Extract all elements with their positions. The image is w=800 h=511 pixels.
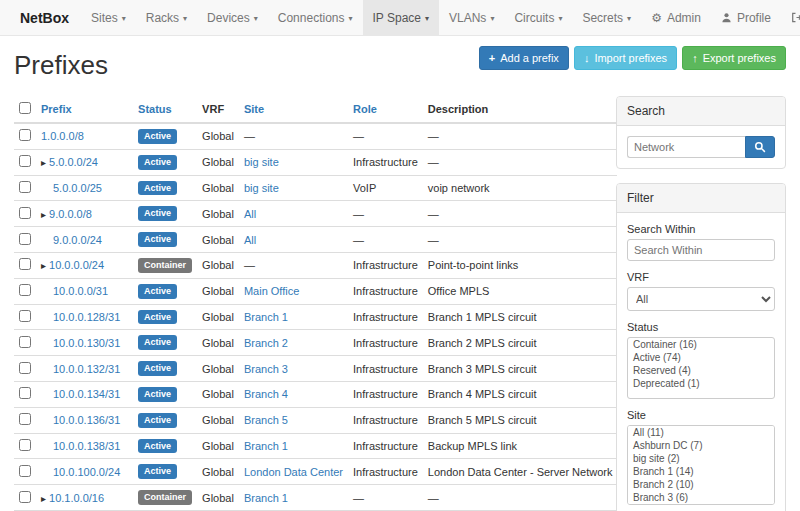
site-link[interactable]: Branch 1 [244, 492, 288, 504]
prefix-link[interactable]: 10.0.0.130/31 [53, 337, 120, 349]
site-link[interactable]: London Data Center [244, 466, 343, 478]
prefix-link[interactable]: 10.0.0.128/31 [53, 311, 120, 323]
app-brand[interactable]: NetBox [8, 0, 81, 35]
column-header-role[interactable]: Role [348, 96, 423, 123]
table-row: 10.0.0.128/31ActiveGlobalBranch 1Infrast… [14, 304, 617, 330]
column-header-link[interactable]: Role [353, 103, 377, 115]
nav-item-vlans[interactable]: VLANs▾ [439, 0, 504, 35]
description-cell: — [423, 485, 618, 511]
site-option[interactable]: big site (2) [628, 452, 774, 465]
column-header-status[interactable]: Status [133, 96, 197, 123]
vrf-cell: Global [197, 433, 239, 459]
nav-item-devices[interactable]: Devices▾ [197, 0, 268, 35]
status-option[interactable]: Reserved (4) [628, 364, 774, 377]
site-link[interactable]: All [244, 234, 256, 246]
status-option[interactable]: Container (16) [628, 338, 774, 351]
nav-item-ip-space[interactable]: IP Space▾ [363, 0, 440, 35]
row-checkbox[interactable] [19, 439, 31, 451]
table-row: 10.0.0.136/31ActiveGlobalBranch 5Infrast… [14, 407, 617, 433]
site-link[interactable]: Branch 1 [244, 440, 288, 452]
search-within-input[interactable] [627, 239, 775, 261]
select-all-checkbox[interactable] [19, 102, 31, 114]
site-option[interactable]: Ashburn DC (7) [628, 439, 774, 452]
site-link[interactable]: Main Office [244, 285, 299, 297]
site-link[interactable]: All [244, 208, 256, 220]
nav-item-admin[interactable]: ⚙Admin [641, 0, 711, 35]
status-option[interactable]: Active (74) [628, 351, 774, 364]
status-cell: Active [133, 278, 197, 304]
status-option[interactable]: Deprecated (1) [628, 377, 774, 390]
nav-item-racks[interactable]: Racks▾ [136, 0, 197, 35]
status-select[interactable]: Container (16)Active (74)Reserved (4)Dep… [627, 337, 775, 399]
site-link[interactable]: Branch 2 [244, 337, 288, 349]
row-checkbox-cell [14, 407, 36, 433]
row-checkbox[interactable] [19, 491, 31, 503]
description-cell: Office MPLS [423, 278, 618, 304]
nav-item-secrets[interactable]: Secrets▾ [572, 0, 641, 35]
site-option[interactable]: Branch 2 (10) [628, 478, 774, 491]
prefix-link[interactable]: 10.1.0.0/16 [49, 492, 104, 504]
nav-item-profile[interactable]: Profile [711, 0, 781, 35]
row-checkbox[interactable] [19, 284, 31, 296]
row-checkbox[interactable] [19, 387, 31, 399]
prefix-link[interactable]: 10.0.100.0/24 [53, 466, 120, 478]
row-checkbox[interactable] [19, 336, 31, 348]
table-row: 10.0.0.132/31ActiveGlobalBranch 3Infrast… [14, 356, 617, 382]
row-checkbox[interactable] [19, 310, 31, 322]
site-link[interactable]: Branch 3 [244, 363, 288, 375]
site-link[interactable]: big site [244, 182, 279, 194]
site-option[interactable]: Branch 1 (14) [628, 465, 774, 478]
row-checkbox[interactable] [19, 233, 31, 245]
nav-item-circuits[interactable]: Circuits▾ [504, 0, 572, 35]
prefix-link[interactable]: 5.0.0.0/25 [53, 182, 102, 194]
table-row: ▸10.1.0.0/16ContainerGlobalBranch 1—— [14, 485, 617, 511]
site-option[interactable]: All (11) [628, 426, 774, 439]
prefix-link[interactable]: 9.0.0.0/8 [49, 208, 92, 220]
row-checkbox[interactable] [19, 465, 31, 477]
status-cell: Active [133, 330, 197, 356]
site-option[interactable]: Branch 3 (6) [628, 491, 774, 504]
site-option[interactable]: Branch 4 (12) [628, 504, 774, 505]
prefix-link[interactable]: 10.0.0.132/31 [53, 363, 120, 375]
export-prefixes-button[interactable]: ↑ Export prefixes [682, 46, 786, 70]
site-link[interactable]: big site [244, 156, 279, 168]
prefix-link[interactable]: 10.0.0.0/31 [53, 285, 108, 297]
site-select[interactable]: All (11)Ashburn DC (7)big site (2)Branch… [627, 425, 775, 505]
row-checkbox[interactable] [19, 413, 31, 425]
row-checkbox[interactable] [19, 362, 31, 374]
row-checkbox[interactable] [19, 129, 31, 141]
prefix-link[interactable]: 10.0.0.138/31 [53, 440, 120, 452]
column-header-site[interactable]: Site [239, 96, 348, 123]
nav-item-log-out[interactable]: Log out [781, 0, 800, 35]
site-link[interactable]: Branch 4 [244, 388, 288, 400]
site-link[interactable]: Branch 1 [244, 311, 288, 323]
prefix-cell: 10.0.0.128/31 [36, 304, 133, 330]
row-checkbox[interactable] [19, 155, 31, 167]
prefix-link[interactable]: 10.0.0.0/24 [49, 259, 104, 271]
vrf-select[interactable]: All [627, 287, 775, 311]
row-checkbox[interactable] [19, 207, 31, 219]
search-input[interactable] [627, 136, 745, 158]
prefix-link[interactable]: 5.0.0.0/24 [49, 156, 98, 168]
nav-item-label: IP Space [373, 11, 421, 25]
status-cell: Active [133, 381, 197, 407]
chevron-down-icon: ▾ [490, 15, 494, 23]
row-checkbox-cell [14, 433, 36, 459]
search-button[interactable] [745, 136, 775, 158]
row-checkbox[interactable] [19, 181, 31, 193]
prefix-link[interactable]: 9.0.0.0/24 [53, 234, 102, 246]
nav-item-connections[interactable]: Connections▾ [268, 0, 363, 35]
site-link[interactable]: Branch 5 [244, 414, 288, 426]
nav-item-sites[interactable]: Sites▾ [81, 0, 136, 35]
prefix-link[interactable]: 10.0.0.134/31 [53, 388, 120, 400]
import-prefixes-button[interactable]: ↓ Import prefixes [574, 46, 677, 70]
row-checkbox[interactable] [19, 258, 31, 270]
row-checkbox-cell [14, 123, 36, 149]
column-header-prefix[interactable]: Prefix [36, 96, 133, 123]
prefix-link[interactable]: 10.0.0.136/31 [53, 414, 120, 426]
column-header-link[interactable]: Prefix [41, 103, 72, 115]
add-prefix-button[interactable]: + Add a prefix [479, 46, 569, 70]
prefix-link[interactable]: 1.0.0.0/8 [41, 130, 84, 142]
column-header-link[interactable]: Status [138, 103, 172, 115]
column-header-link[interactable]: Site [244, 103, 264, 115]
